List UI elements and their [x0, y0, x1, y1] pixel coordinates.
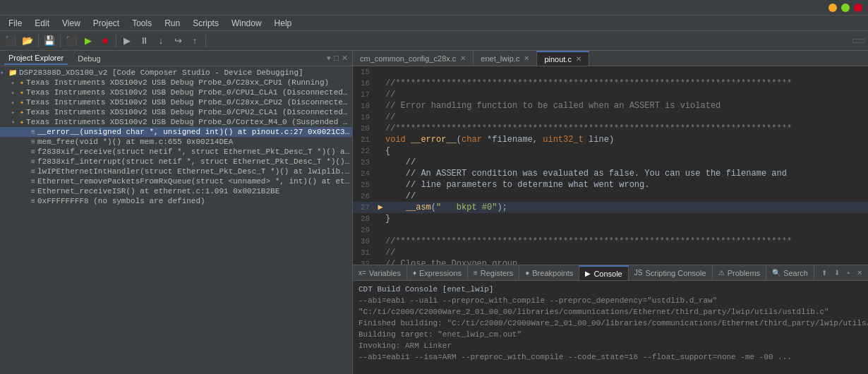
code-editor[interactable]: 1516//**********************************…	[353, 66, 868, 265]
menu-item-edit[interactable]: Edit	[29, 17, 55, 30]
tree-item[interactable]: ≡Ethernet_receiveISR() at ethernet.c:1.0…	[0, 186, 352, 196]
line-content[interactable]: //	[385, 191, 868, 202]
toolbar-new-button[interactable]: ⬛	[3, 33, 18, 49]
menu-item-scripts[interactable]: Scripts	[187, 17, 224, 30]
tree-expand-arrow[interactable]: ▸	[11, 79, 20, 87]
bottom-tab-registers[interactable]: ≡ Registers	[468, 265, 519, 280]
toolbar-debug-button[interactable]: ⬛	[64, 33, 79, 49]
code-line: 19//	[353, 111, 868, 123]
bottom-tab-variables[interactable]: x= Variables	[353, 265, 407, 280]
editor-tab-pinout-c[interactable]: pinout.c ✕	[537, 51, 589, 66]
tree-expand-arrow[interactable]: ▸	[11, 89, 20, 97]
line-content[interactable]: //**************************************…	[385, 123, 868, 134]
line-content[interactable]: __asm(" bkpt #0");	[385, 202, 868, 213]
menu-item-run[interactable]: Run	[159, 17, 186, 30]
tree-item[interactable]: ▸✦Texas Instruments XDS100v2 USB Debug P…	[0, 97, 352, 107]
tab-project-explorer[interactable]: Project Explorer	[4, 52, 68, 65]
tree-expand-arrow[interactable]: ▾	[11, 119, 20, 126]
line-content[interactable]: //	[385, 247, 868, 258]
menu-item-help[interactable]: Help	[269, 17, 298, 30]
tab-close-icon[interactable]: ✕	[576, 55, 581, 63]
code-line: 21void __error__(char *filename, uint32_…	[353, 134, 868, 145]
panel-minimize-icon[interactable]: ▾	[327, 54, 331, 63]
toolbar-run-button[interactable]: ▶	[80, 33, 96, 49]
bottom-tabs: x= Variables♦ Expressions≡ Registers● Br…	[353, 265, 868, 281]
bottom-tab-label: Registers	[481, 269, 513, 277]
line-content[interactable]: // Close the Doxygen group.	[385, 258, 868, 265]
menu-item-project[interactable]: Project	[88, 17, 125, 30]
tree-item[interactable]: ▸✦Texas Instruments XDS100v2 USB Debug P…	[0, 88, 352, 97]
bottom-tab-breakpoints[interactable]: ● Breakpoints	[519, 265, 579, 280]
toolbar: ⬛ 📂 💾 ⬛ ▶ ■ ▶ ⏸ ↓ ↪ ↑	[0, 31, 868, 51]
toolbar-resume-button[interactable]: ▶	[119, 33, 135, 49]
maximize-button[interactable]	[841, 4, 850, 12]
line-content[interactable]: // An ASSERT condition was evaluated as …	[385, 168, 868, 179]
tree-item[interactable]: ≡__error__(unsigned char *, unsigned int…	[0, 127, 352, 137]
toolbar-stepinto-button[interactable]: ↓	[153, 33, 169, 49]
line-content[interactable]: //	[385, 157, 868, 168]
editor-tab-cm_common_config_c28x-c[interactable]: cm_common_config_c28x.c ✕	[353, 51, 474, 66]
console-line: "C:/ti/c2000/C2000Ware_2_01_00_00/librar…	[358, 306, 862, 318]
tab-debug[interactable]: Debug	[73, 53, 104, 64]
toolbar-stepover-button[interactable]: ↪	[170, 33, 186, 49]
panel-close-icon[interactable]: ✕	[342, 54, 348, 63]
tab-close-icon[interactable]: ✕	[524, 54, 529, 62]
bottom-tab-icon: 🔍	[772, 269, 780, 277]
line-content[interactable]: // Error handling function to be called …	[385, 100, 868, 111]
tree-item[interactable]: ≡Ethernet_removePacketsFromRxQueue(struc…	[0, 176, 352, 186]
bottom-toolbar-btn-3[interactable]: ✕	[854, 267, 865, 278]
line-content[interactable]: {	[385, 145, 868, 157]
close-button[interactable]	[854, 4, 862, 12]
menu-item-file[interactable]: File	[3, 17, 28, 30]
bottom-tab-search[interactable]: 🔍 Search	[766, 265, 814, 280]
console-content[interactable]: CDT Build Console [enet_lwip]--abi=eabi …	[353, 281, 868, 374]
bottom-tab-problems[interactable]: ⚠ Problems	[713, 265, 766, 280]
line-content[interactable]: //**************************************…	[385, 236, 868, 247]
tree-expand-arrow[interactable]: ▸	[11, 99, 20, 107]
line-content[interactable]: //	[385, 111, 868, 123]
console-line: Invoking: ARM Linker	[358, 340, 862, 351]
bottom-toolbar-btn-2[interactable]: ▪	[844, 267, 852, 278]
line-content[interactable]: }	[385, 213, 868, 224]
bottom-tab-icon: ≡	[474, 269, 478, 277]
editor-tab-enet_lwip-c[interactable]: enet_lwip.c ✕	[474, 51, 537, 66]
line-content[interactable]: void __error__(char *filename, uint32_t …	[385, 134, 868, 145]
tree-item[interactable]: ≡mem_free(void *)() at mem.c:655 0x00214…	[0, 137, 352, 147]
quick-access-button[interactable]	[852, 39, 865, 43]
toolbar-save-button[interactable]: 💾	[42, 33, 57, 49]
tree-expand-arrow[interactable]: ▸	[11, 109, 20, 116]
line-content[interactable]: // line parameters to determine what wen…	[385, 179, 868, 191]
menu-item-tools[interactable]: Tools	[126, 17, 157, 30]
bottom-toolbar-btn-0[interactable]: ⬆	[819, 267, 830, 278]
menu-item-window[interactable]: Window	[226, 17, 267, 30]
toolbar-suspend-button[interactable]: ⏸	[136, 33, 152, 49]
tree-item[interactable]: ▸✦Texas Instruments XDS100v2 USB Debug P…	[0, 78, 352, 88]
panel-maximize-icon[interactable]: □	[334, 54, 339, 63]
tree-item[interactable]: ≡f2838xif_receive(struct netif *, struct…	[0, 147, 352, 157]
line-number: 20	[353, 123, 375, 134]
bottom-tab-console[interactable]: ▶ Console	[579, 265, 628, 280]
tree-item-label: Texas Instruments XDS100v2 USB Debug Pro…	[26, 118, 352, 126]
tree-item[interactable]: ▾✦Texas Instruments XDS100v2 USB Debug P…	[0, 117, 352, 127]
tree-expand-arrow[interactable]: ▾	[0, 69, 8, 77]
toolbar-open-button[interactable]: 📂	[20, 33, 35, 49]
bottom-tab-expressions[interactable]: ♦ Expressions	[407, 265, 468, 280]
line-content[interactable]: //	[385, 89, 868, 100]
minimize-button[interactable]	[828, 4, 837, 12]
tab-close-icon[interactable]: ✕	[460, 54, 466, 62]
code-line: 32// Close the Doxygen group.	[353, 258, 868, 265]
menu-item-view[interactable]: View	[56, 17, 86, 30]
tree-item[interactable]: ▸✦Texas Instruments XDS100v2 USB Debug P…	[0, 107, 352, 117]
tree-item[interactable]: ≡lwIPEthernetIntHandler(struct Ethernet_…	[0, 167, 352, 176]
bottom-tab-label: Expressions	[419, 269, 462, 277]
line-content[interactable]: //**************************************…	[385, 78, 868, 89]
tree-item[interactable]: ≡0xFFFFFFFF8 (no symbols are defined)	[0, 196, 352, 206]
bottom-tab-scripting-console[interactable]: JS Scripting Console	[629, 265, 713, 280]
tree-item[interactable]: ▾📁DSP28388D_XDS100_v2 [Code Composer Stu…	[0, 68, 352, 78]
toolbar-stepreturn-button[interactable]: ↑	[187, 33, 203, 49]
line-number: 31	[353, 247, 375, 258]
bottom-tab-label: Search	[783, 269, 808, 277]
tree-item[interactable]: ≡f2838xif_interrupt(struct netif *, stru…	[0, 157, 352, 167]
bottom-toolbar-btn-1[interactable]: ⬇	[831, 267, 843, 278]
toolbar-stop-button[interactable]: ■	[97, 33, 113, 49]
